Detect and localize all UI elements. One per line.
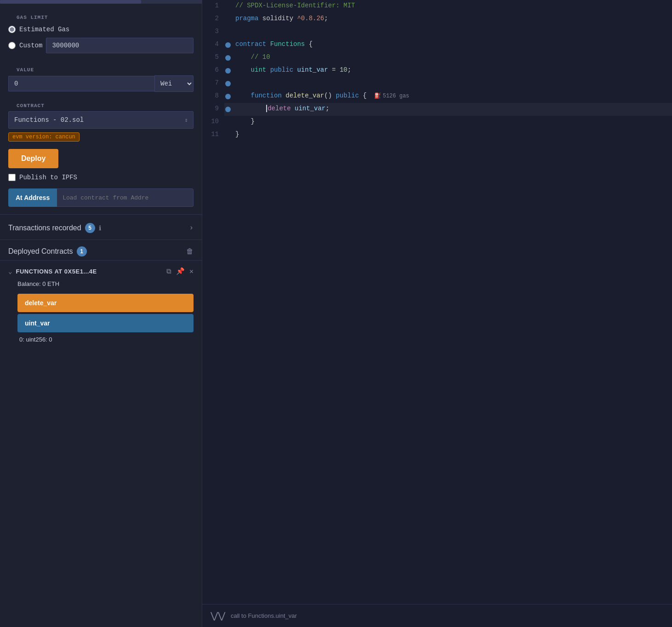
return-value: uint256: 0 — [26, 336, 52, 343]
custom-gas-row: Custom — [8, 36, 194, 58]
line-content-6: uint public uint_var = 10; — [232, 64, 672, 77]
balance-label: Balance: — [17, 280, 41, 287]
balance-row: Balance: 0 ETH — [8, 279, 194, 292]
line-content-1: // SPDX-License-Identifier: MIT — [232, 0, 672, 13]
deployed-contracts-label: Deployed Contracts — [8, 247, 73, 256]
trash-icon[interactable]: 🗑 — [186, 247, 194, 256]
double-chevron-down-icon[interactable]: ⋁⋁ — [211, 610, 225, 621]
gas-pump-icon: ⛽ — [374, 92, 381, 99]
line-dot-10 — [224, 116, 232, 129]
estimated-gas-row: Estimated Gas — [8, 23, 194, 36]
return-value-row: 0: uint256: 0 — [8, 334, 194, 345]
bottom-bar: ⋁⋁ call to Functions.uint_var — [202, 604, 672, 627]
line-dot-6 — [224, 64, 232, 77]
gas-value: 5126 gas — [383, 93, 410, 99]
line-number-3: 3 — [202, 26, 224, 39]
line-dot-2 — [224, 13, 232, 26]
code-line-1: 1 // SPDX-License-Identifier: MIT — [202, 0, 672, 13]
publish-ipfs-label: Publish to IPFS — [19, 174, 77, 181]
value-section: VALUE Wei Gwei Finney Ether — [0, 60, 202, 96]
line-number-11: 11 — [202, 129, 224, 142]
line-dot-8 — [224, 90, 232, 103]
gas-annotation: ⛽5126 gas — [374, 92, 410, 99]
estimated-gas-radio[interactable] — [8, 26, 16, 33]
line-content-2: pragma solidity ^0.8.26; — [232, 13, 672, 26]
line-content-9: delete uint_var; — [232, 103, 672, 116]
line-number-5: 5 — [202, 51, 224, 64]
transactions-label: Transactions recorded — [8, 224, 81, 232]
publish-ipfs-checkbox[interactable] — [8, 174, 16, 181]
pin-icon[interactable]: 📌 — [176, 267, 185, 276]
line-dot-3 — [224, 26, 232, 39]
code-line-10: 10 } — [202, 116, 672, 129]
line-number-9: 9 — [202, 103, 224, 116]
code-line-4: 4 contract Functions { — [202, 39, 672, 51]
line-number-6: 6 — [202, 64, 224, 77]
line-content-11: } — [232, 129, 672, 142]
right-panel: 1 // SPDX-License-Identifier: MIT 2 prag… — [202, 0, 672, 627]
transactions-section: Transactions recorded 5 ℹ › — [0, 217, 202, 240]
line-number-1: 1 — [202, 0, 224, 13]
transactions-expand-icon[interactable]: › — [189, 224, 194, 232]
gas-limit-section: GAS LIMIT Estimated Gas Custom — [0, 6, 202, 60]
at-address-input[interactable] — [57, 188, 194, 207]
uint-var-button[interactable]: uint_var — [17, 314, 194, 332]
line-content-5: // 10 — [232, 51, 672, 64]
custom-gas-input[interactable] — [46, 38, 194, 53]
line-dot-11 — [224, 129, 232, 142]
cursor — [266, 105, 267, 112]
line-dot-5 — [224, 51, 232, 64]
line-dot-9 — [224, 103, 232, 116]
value-unit-select[interactable]: Wei Gwei Finney Ether — [154, 75, 194, 92]
deployed-count-badge: 1 — [77, 246, 87, 256]
ipfs-row: Publish to IPFS — [0, 172, 202, 187]
line-dot-4 — [224, 39, 232, 51]
code-line-11: 11 } — [202, 129, 672, 142]
line-content-4: contract Functions { — [232, 39, 672, 51]
contract-action-icons: ⧉ 📌 ✕ — [166, 267, 194, 276]
gas-limit-label: GAS LIMIT — [8, 9, 194, 23]
bottom-call-text: call to Functions.uint_var — [231, 612, 297, 619]
line-number-7: 7 — [202, 77, 224, 90]
code-line-9: 9 delete uint_var; — [202, 103, 672, 116]
deployed-contracts-section: Deployed Contracts 1 🗑 — [0, 240, 202, 261]
line-number-4: 4 — [202, 39, 224, 51]
delete-var-button[interactable]: delete_var — [17, 294, 194, 312]
line-content-8: function delete_var() public {⛽5126 gas — [232, 90, 672, 103]
left-panel: GAS LIMIT Estimated Gas Custom VALUE Wei… — [0, 0, 202, 627]
line-content-10: } — [232, 116, 672, 129]
balance-value: 0 ETH — [42, 280, 59, 287]
contract-chevron-icon[interactable]: ⌄ — [8, 268, 12, 275]
custom-gas-radio[interactable] — [8, 42, 16, 49]
at-address-button[interactable]: At Address — [8, 188, 57, 207]
contract-select-wrap: Functions - 02.sol ⇕ — [8, 111, 194, 129]
line-content-3 — [232, 26, 672, 39]
line-number-10: 10 — [202, 116, 224, 129]
line-number-8: 8 — [202, 90, 224, 103]
custom-gas-label: Custom — [19, 42, 42, 49]
contract-instance: ⌄ FUNCTIONS AT 0X5E1...4E ⧉ 📌 ✕ Balance:… — [0, 261, 202, 348]
return-prefix: 0: — [19, 336, 24, 343]
line-dot-1 — [224, 0, 232, 13]
contract-header: ⌄ FUNCTIONS AT 0X5E1...4E ⧉ 📌 ✕ — [8, 264, 194, 279]
code-line-3: 3 — [202, 26, 672, 39]
divider-1 — [0, 214, 202, 215]
close-contract-icon[interactable]: ✕ — [189, 267, 194, 276]
value-label: VALUE — [8, 62, 194, 75]
value-input[interactable] — [8, 76, 154, 91]
contract-select[interactable]: Functions - 02.sol — [8, 111, 194, 129]
info-icon[interactable]: ℹ — [99, 224, 101, 232]
line-number-2: 2 — [202, 13, 224, 26]
value-row: Wei Gwei Finney Ether — [8, 75, 194, 92]
line-content-7 — [232, 77, 672, 90]
contract-label: CONTRACT — [8, 97, 194, 111]
transactions-count-badge: 5 — [85, 223, 95, 233]
code-line-5: 5 // 10 — [202, 51, 672, 64]
copy-icon[interactable]: ⧉ — [166, 268, 171, 276]
code-line-8: 8 function delete_var() public {⛽5126 ga… — [202, 90, 672, 103]
code-line-7: 7 — [202, 77, 672, 90]
at-address-section: At Address — [0, 187, 202, 212]
code-line-6: 6 uint public uint_var = 10; — [202, 64, 672, 77]
evm-version-badge: evm version: cancun — [8, 132, 80, 142]
deploy-button[interactable]: Deploy — [8, 149, 58, 168]
